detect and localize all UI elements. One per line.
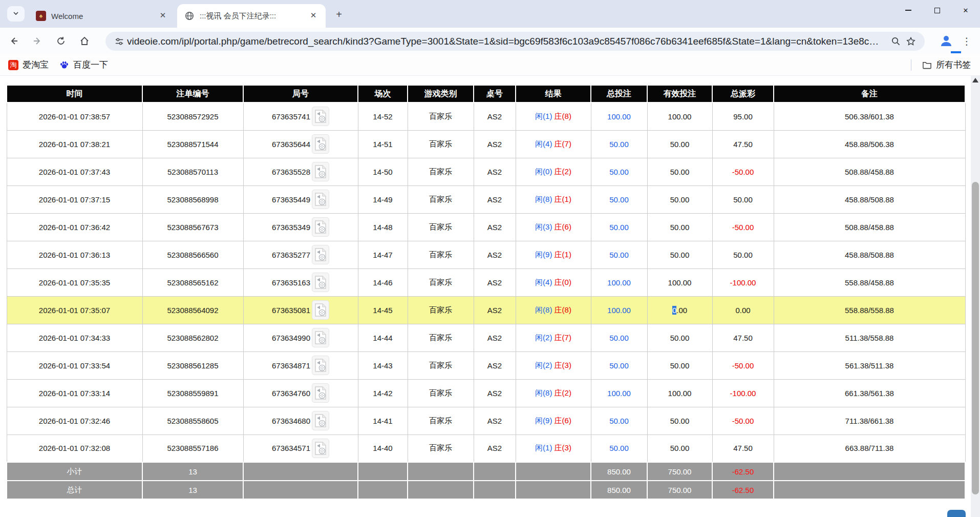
cell-time: 2026-01-01 07:32:46 <box>7 407 142 435</box>
bet-row[interactable]: 2026-01-01 07:33:14523088559891673634760… <box>7 379 965 407</box>
cell-game-type: 百家乐 <box>408 241 474 268</box>
bet-row[interactable]: 2026-01-01 07:32:08523088557186673634571… <box>7 435 965 462</box>
video-replay-button[interactable] <box>312 300 329 320</box>
bookmark-baidu[interactable]: 百度一下 <box>54 57 113 73</box>
back-button[interactable] <box>4 31 24 51</box>
result-banker: 庄(8) <box>552 305 571 314</box>
cell-session: 14-48 <box>358 213 408 241</box>
result-banker: 庄(1) <box>552 195 571 203</box>
cell-game-type: 百家乐 <box>408 351 474 379</box>
cell-session: 14-46 <box>358 268 408 296</box>
scroll-up-arrow-icon[interactable] <box>972 78 978 82</box>
maximize-button[interactable] <box>923 0 951 20</box>
cell-bet-id: 523088570113 <box>142 158 243 185</box>
video-replay-button[interactable] <box>312 439 329 458</box>
tab-bet-records[interactable]: :::视讯 会员下注纪录::: ✕ <box>177 4 326 28</box>
cell-round-id: 673635081 <box>243 296 358 324</box>
video-replay-button[interactable] <box>312 273 329 292</box>
bet-row[interactable]: 2026-01-01 07:37:15523088568998673635449… <box>7 185 965 213</box>
cell-session: 14-40 <box>358 435 408 462</box>
cell-time: 2026-01-01 07:33:54 <box>7 351 142 379</box>
bet-row[interactable]: 2026-01-01 07:36:42523088567673673635349… <box>7 213 965 241</box>
result-banker: 庄(0) <box>552 278 571 286</box>
totals-empty <box>516 481 591 499</box>
cell-round-id: 673634990 <box>243 324 358 351</box>
video-replay-button[interactable] <box>312 411 329 430</box>
home-button[interactable] <box>75 31 94 51</box>
cell-time: 2026-01-01 07:37:43 <box>7 158 142 185</box>
tab-search-button[interactable] <box>7 6 25 22</box>
close-icon[interactable]: ✕ <box>308 11 318 21</box>
cell-table-no: AS2 <box>474 268 516 296</box>
scrollbar-thumb[interactable] <box>972 182 979 494</box>
bookmark-star-icon[interactable] <box>903 34 919 49</box>
result-banker: 庄(7) <box>552 333 571 342</box>
cell-bet-id: 523088572925 <box>142 102 243 130</box>
cell-result: 闲(9) 庄(1) <box>516 241 591 268</box>
bet-row[interactable]: 2026-01-01 07:34:33523088562802673634990… <box>7 324 965 351</box>
video-replay-icon <box>314 192 327 206</box>
video-replay-button[interactable] <box>312 134 329 154</box>
bet-row[interactable]: 2026-01-01 07:35:35523088565162673635163… <box>7 268 965 296</box>
bet-row[interactable]: 2026-01-01 07:35:07523088564092673635081… <box>7 296 965 324</box>
round-number: 673634990 <box>272 334 310 342</box>
cell-game-type: 百家乐 <box>408 130 474 158</box>
new-tab-button[interactable]: + <box>332 7 346 22</box>
round-number: 673634571 <box>272 444 310 452</box>
cell-game-type: 百家乐 <box>408 268 474 296</box>
result-banker: 庄(2) <box>552 167 571 176</box>
all-bookmarks-button[interactable]: 所有书签 <box>917 57 976 73</box>
video-replay-button[interactable] <box>312 383 329 403</box>
cell-payout: 47.50 <box>712 435 774 462</box>
minimize-button[interactable] <box>894 0 923 20</box>
column-header: 桌号 <box>474 85 516 102</box>
bet-row[interactable]: 2026-01-01 07:36:13523088566560673635277… <box>7 241 965 268</box>
browser-window: ♠ Welcome ✕ :::视讯 会员下注纪录::: ✕ + ✕ <box>0 0 980 517</box>
url-text[interactable]: videoie.com/ipl/portal.php/game/betrecor… <box>127 36 888 47</box>
tab-title: Welcome <box>51 12 153 20</box>
cell-valid-bet: 100.00 <box>647 379 712 407</box>
bet-row[interactable]: 2026-01-01 07:38:57523088572925673635741… <box>7 102 965 130</box>
bookmark-taobao[interactable]: 淘 爱淘宝 <box>3 57 54 73</box>
window-close-button[interactable]: ✕ <box>951 0 980 20</box>
result-player: 闲(1) <box>535 112 552 120</box>
bet-row[interactable]: 2026-01-01 07:38:21523088571544673635644… <box>7 130 965 158</box>
video-replay-button[interactable] <box>312 328 329 347</box>
reload-button[interactable] <box>51 31 71 51</box>
forward-button[interactable] <box>28 31 47 51</box>
totals-valid-bet: 750.00 <box>647 462 712 481</box>
video-replay-button[interactable] <box>312 107 329 126</box>
back-to-top-button[interactable] <box>947 510 966 517</box>
browser-menu-icon[interactable]: ⋮ <box>958 33 975 49</box>
video-replay-button[interactable] <box>312 162 329 181</box>
cell-time: 2026-01-01 07:37:15 <box>7 185 142 213</box>
zoom-icon[interactable] <box>888 34 903 49</box>
cell-session: 14-42 <box>358 379 408 407</box>
bet-row[interactable]: 2026-01-01 07:37:43523088570113673635528… <box>7 158 965 185</box>
totals-empty <box>774 462 965 481</box>
video-replay-button[interactable] <box>312 190 329 209</box>
cell-total-bet: 50.00 <box>591 158 647 185</box>
video-replay-button[interactable] <box>312 356 329 375</box>
bet-table-body: 2026-01-01 07:38:57523088572925673635741… <box>7 102 965 462</box>
video-replay-button[interactable] <box>312 245 329 264</box>
url-bar[interactable]: videoie.com/ipl/portal.php/game/betrecor… <box>105 32 925 51</box>
video-replay-button[interactable] <box>312 217 329 237</box>
video-replay-icon <box>314 164 327 179</box>
site-settings-icon[interactable] <box>112 34 127 49</box>
vertical-scrollbar[interactable] <box>971 76 980 517</box>
tab-welcome[interactable]: ♠ Welcome ✕ <box>29 4 175 28</box>
close-icon[interactable]: ✕ <box>158 11 168 21</box>
active-toolbar-indicator <box>951 51 961 53</box>
profile-avatar[interactable] <box>938 33 954 49</box>
cell-time: 2026-01-01 07:33:14 <box>7 379 142 407</box>
cell-time: 2026-01-01 07:38:21 <box>7 130 142 158</box>
bet-row[interactable]: 2026-01-01 07:32:46523088558605673634680… <box>7 407 965 435</box>
totals-label: 小计 <box>7 462 142 481</box>
totals-total-bet: 850.00 <box>591 481 647 499</box>
result-banker: 庄(2) <box>552 388 571 397</box>
cell-payout: -50.00 <box>712 158 774 185</box>
result-banker: 庄(6) <box>552 222 571 231</box>
bet-row[interactable]: 2026-01-01 07:33:54523088561285673634871… <box>7 351 965 379</box>
cell-game-type: 百家乐 <box>408 296 474 324</box>
